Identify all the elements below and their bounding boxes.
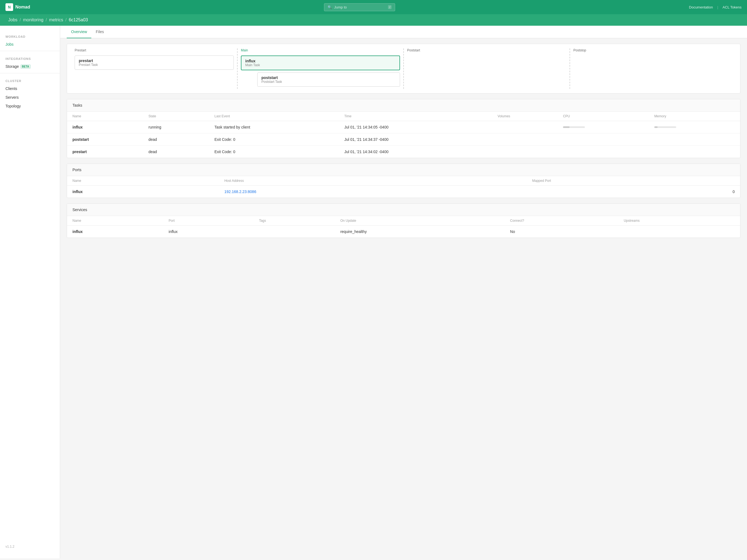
- task-volumes: [492, 121, 558, 133]
- breadcrumb-jobs[interactable]: Jobs: [8, 18, 18, 22]
- lifecycle-phase-main: Main influx Main Task poststart Poststar…: [238, 48, 404, 89]
- task-memory: [649, 121, 740, 133]
- main-layout: WORKLOAD Jobs INTEGRATIONS Storage BETA …: [0, 26, 747, 558]
- th-port-name: Name: [67, 176, 219, 186]
- task-time: Jul 01, '21 14:34:05 -0400: [339, 121, 492, 133]
- th-svc-onupdate: On Update: [335, 216, 505, 226]
- phase-label-main: Main: [241, 48, 400, 52]
- ports-card: Ports Name Host Address Mapped Port infl…: [67, 163, 741, 198]
- sidebar-version: v1.1.2: [0, 540, 60, 553]
- breadcrumb-current: 6c125a03: [69, 18, 88, 22]
- th-svc-name: Name: [67, 216, 163, 226]
- lifecycle-phase-poststart: Poststart: [404, 48, 570, 89]
- jump-to-shortcut: /: [388, 5, 391, 9]
- task-name: prestart: [67, 146, 143, 158]
- task-row[interactable]: prestart dead Exit Code: 0 Jul 01, '21 1…: [67, 146, 740, 158]
- sidebar-item-clients[interactable]: Clients: [0, 84, 60, 93]
- tasks-card: Tasks Name State Last Event Time Volumes…: [67, 99, 741, 158]
- th-svc-upstreams: Upstreams: [618, 216, 740, 226]
- task-cpu: [558, 133, 649, 146]
- th-svc-connect: Connect?: [505, 216, 618, 226]
- sidebar-section-integrations: INTEGRATIONS: [0, 53, 60, 62]
- task-time: Jul 01, '21 14:34:37 -0400: [339, 133, 492, 146]
- th-memory: Memory: [649, 111, 740, 121]
- task-row[interactable]: poststart dead Exit Code: 0 Jul 01, '21 …: [67, 133, 740, 146]
- host-address-link[interactable]: 192.168.2.23:8086: [224, 189, 256, 194]
- ports-table: Name Host Address Mapped Port influx 192…: [67, 176, 740, 198]
- port-host-address[interactable]: 192.168.2.23:8086: [219, 186, 526, 198]
- sidebar-item-servers[interactable]: Servers: [0, 93, 60, 102]
- main-task-box[interactable]: influx Main Task: [241, 55, 400, 70]
- port-row[interactable]: influx 192.168.2.23:8086 0: [67, 186, 740, 198]
- th-host-address: Host Address: [219, 176, 526, 186]
- breadcrumb-bar: Jobs / monitoring / metrics / 6c125a03: [0, 14, 747, 26]
- documentation-link[interactable]: Documentation: [689, 5, 713, 9]
- prestart-task-box[interactable]: prestart Prestart Task: [75, 55, 234, 70]
- ports-header: Ports: [67, 164, 740, 176]
- th-svc-tags: Tags: [254, 216, 335, 226]
- task-time: Jul 01, '21 14:34:02 -0400: [339, 146, 492, 158]
- poststart-task-name: poststart: [261, 75, 396, 80]
- top-nav-links: Documentation | ACL Tokens: [689, 5, 742, 9]
- th-svc-port: Port: [163, 216, 254, 226]
- sidebar-item-topology[interactable]: Topology: [0, 102, 60, 110]
- port-name: influx: [67, 186, 219, 198]
- th-last-event: Last Event: [209, 111, 339, 121]
- task-volumes: [492, 146, 558, 158]
- jump-to-label: Jump to: [334, 5, 347, 9]
- jump-to-bar[interactable]: 🔍 Jump to /: [324, 3, 395, 11]
- sidebar-section-workload: WORKLOAD: [0, 31, 60, 40]
- services-table: Name Port Tags On Update Connect? Upstre…: [67, 216, 740, 238]
- task-state: running: [143, 121, 209, 133]
- tabs-bar: Overview Files: [60, 26, 747, 38]
- service-connect: No: [505, 226, 618, 238]
- port-mapped: 0: [526, 186, 740, 198]
- lifecycle-phase-poststop: Poststop: [570, 48, 736, 89]
- lifecycle-card: Prestart prestart Prestart Task Main inf…: [67, 44, 741, 94]
- task-last-event: Exit Code: 0: [209, 146, 339, 158]
- task-cpu: [558, 121, 649, 133]
- th-state: State: [143, 111, 209, 121]
- service-on-update: require_healthy: [335, 226, 505, 238]
- poststart-task-subtitle: Poststart Task: [261, 80, 396, 84]
- main-task-subtitle: Main Task: [245, 63, 396, 67]
- prestart-task-name: prestart: [79, 58, 230, 63]
- top-nav: N Nomad 🔍 Jump to / Documentation | ACL …: [0, 0, 747, 14]
- task-name: poststart: [67, 133, 143, 146]
- content-area: Prestart prestart Prestart Task Main inf…: [60, 38, 747, 249]
- acl-tokens-link[interactable]: ACL Tokens: [723, 5, 742, 9]
- task-memory: [649, 146, 740, 158]
- task-last-event: Exit Code: 0: [209, 133, 339, 146]
- phase-label-poststart: Poststart: [407, 48, 566, 52]
- services-card: Services Name Port Tags On Update Connec…: [67, 203, 741, 238]
- services-header-row: Name Port Tags On Update Connect? Upstre…: [67, 216, 740, 226]
- service-upstreams: [618, 226, 740, 238]
- main-content: Overview Files Prestart prestart Prestar…: [60, 26, 747, 558]
- breadcrumb-metrics[interactable]: metrics: [49, 18, 63, 22]
- sidebar-item-storage[interactable]: Storage BETA: [0, 62, 60, 71]
- service-name: influx: [67, 226, 163, 238]
- nomad-logo-icon: N: [5, 3, 13, 11]
- lifecycle-phase-prestart: Prestart prestart Prestart Task: [71, 48, 238, 89]
- tasks-table: Name State Last Event Time Volumes CPU M…: [67, 111, 740, 158]
- beta-badge: BETA: [21, 65, 30, 69]
- sidebar: WORKLOAD Jobs INTEGRATIONS Storage BETA …: [0, 26, 60, 558]
- sidebar-divider-2: [0, 73, 60, 73]
- tab-files[interactable]: Files: [91, 26, 108, 38]
- sidebar-section-cluster: CLUSTER: [0, 75, 60, 84]
- logo[interactable]: N Nomad: [5, 3, 30, 11]
- task-volumes: [492, 133, 558, 146]
- tasks-table-header-row: Name State Last Event Time Volumes CPU M…: [67, 111, 740, 121]
- breadcrumb-monitoring[interactable]: monitoring: [23, 18, 44, 22]
- task-state: dead: [143, 146, 209, 158]
- tab-overview[interactable]: Overview: [67, 26, 91, 38]
- task-row[interactable]: influx running Task started by client Ju…: [67, 121, 740, 133]
- th-volumes: Volumes: [492, 111, 558, 121]
- phase-label-poststop: Poststop: [573, 48, 732, 52]
- service-row[interactable]: influx influx require_healthy No: [67, 226, 740, 238]
- th-name: Name: [67, 111, 143, 121]
- sidebar-item-jobs[interactable]: Jobs: [0, 40, 60, 49]
- poststart-task-box[interactable]: poststart Poststart Task: [257, 73, 400, 87]
- task-cpu: [558, 146, 649, 158]
- task-name: influx: [67, 121, 143, 133]
